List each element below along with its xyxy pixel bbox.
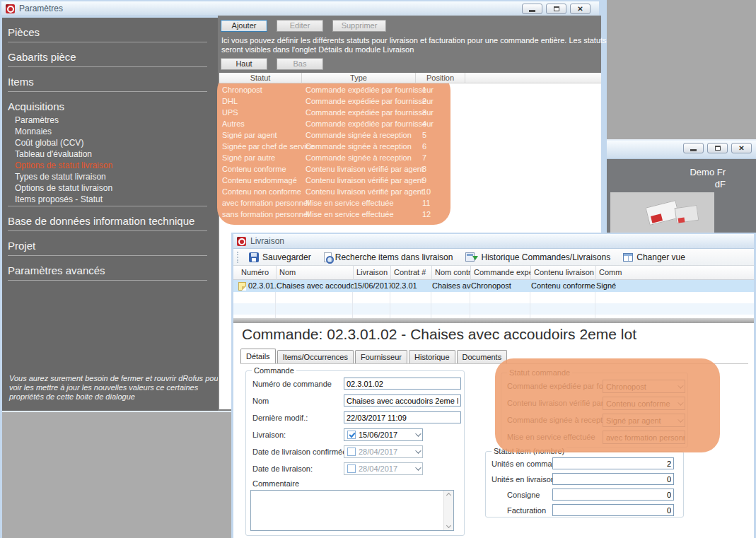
facturation-field[interactable] [552, 504, 674, 516]
sidebar-item-base-de-donn-es-information-technique[interactable]: Base de données information technique [8, 215, 207, 230]
scroll-down-icon[interactable] [446, 523, 451, 528]
sidebar-item-co-t-global-ccv[interactable]: Coût global (CCV) [15, 138, 212, 148]
status-row[interactable]: AutresCommande expédiée par fournisseur4 [219, 118, 601, 129]
save-icon [249, 252, 259, 262]
grid-column-header[interactable]: Contrat # [391, 266, 432, 280]
haut-button[interactable]: Haut [221, 58, 267, 70]
livraison-date-picker[interactable]: 15/06/2017 [344, 428, 423, 441]
restore-icon[interactable] [546, 4, 566, 14]
select-contenu-verifie[interactable]: Contenu conforme [603, 397, 685, 410]
date-confirmee-picker[interactable]: 28/04/2017 [344, 445, 423, 458]
close-icon[interactable]: ✕ [570, 4, 591, 14]
status-row[interactable]: Contenu conformeContenu livraison vérifi… [219, 163, 601, 175]
status-row[interactable]: Signé par agentCommande signée à recepti… [219, 129, 601, 141]
grid-column-header[interactable]: Livraison [354, 266, 391, 280]
sidebar-item-items-propos-s-statut[interactable]: Items proposés - Statut [15, 194, 212, 205]
close-icon[interactable]: ✕ [731, 143, 752, 153]
editer-button[interactable]: Editer [277, 20, 323, 32]
chevron-down-icon [678, 399, 683, 405]
window-title: Livraison [250, 236, 284, 246]
status-row[interactable]: ChronopostCommande expédiée par fourniss… [219, 84, 601, 95]
grid-column-header[interactable]: Contenu livraison vérifié... [531, 266, 596, 280]
grid-column-header[interactable]: Numéro [238, 266, 277, 280]
status-column-header[interactable]: Type [302, 73, 416, 83]
status-row[interactable]: Signée par chef de serviceCommande signé… [219, 141, 601, 152]
status-row[interactable]: Contenu endommagéContenu livraison vérif… [219, 175, 601, 186]
toolbar-grip[interactable] [237, 252, 240, 263]
toolbar-label: Historique Commandes/Livraisons [481, 252, 610, 262]
scroll-up-icon[interactable] [446, 493, 451, 498]
sidebar-item-param-tres[interactable]: Paramètres [15, 115, 212, 126]
toolbar-button-sauvegarder[interactable]: Sauvegarder [243, 250, 318, 264]
tab-documents[interactable]: Documents [457, 350, 508, 363]
tab-d-tails[interactable]: Détails [240, 349, 276, 363]
tab-historique[interactable]: Historique [409, 350, 455, 363]
numero-commande-field[interactable] [344, 378, 461, 390]
grid-column-header[interactable]: Nom contrat [432, 266, 471, 280]
minimize-icon[interactable] [683, 143, 704, 153]
date-livraison-picker[interactable]: 28/04/2017 [344, 462, 423, 475]
derniere-modif-field[interactable] [344, 411, 461, 423]
sidebar-item-acquisitions[interactable]: Acquisitions [8, 100, 207, 115]
scrollbar[interactable] [443, 491, 453, 530]
commentaire-textarea[interactable] [250, 490, 454, 531]
ajouter-button[interactable]: Ajouter [221, 20, 267, 32]
sidebar-item-options-de-statut-livraison[interactable]: Options de statut livraison [15, 183, 212, 194]
sidebar-item-monnaies[interactable]: Monnaies [15, 127, 212, 137]
grid-column-header[interactable]: Comm [596, 266, 754, 280]
status-cell: Commande expédiée par fournisseur [306, 95, 434, 107]
window-title: Paramètres [19, 4, 63, 13]
product-image [610, 192, 714, 233]
grid-column-header[interactable]: Nom [277, 266, 354, 280]
sidebar-item-types-de-statut-livraison[interactable]: Types de statut livraison [15, 172, 212, 182]
parametres-titlebar[interactable]: Paramètres ✕ [1, 1, 599, 16]
status-row[interactable]: DHLCommande expédiée par fournisseur2 [219, 95, 601, 107]
sidebar-item-projet[interactable]: Projet [8, 240, 207, 255]
sidebar-item-pi-ces[interactable]: Pièces [8, 26, 207, 41]
grid-cell-text: Chaises avec accoudoirs 2em... [277, 280, 354, 292]
splitter-handle[interactable] [233, 318, 754, 323]
search-document-icon [324, 252, 332, 262]
select-commande-signee[interactable]: Signé par agent [603, 414, 685, 427]
minimize-icon[interactable] [522, 4, 542, 14]
maximize-icon[interactable] [707, 143, 728, 153]
status-row[interactable]: Contenu non conformeContenu livraison vé… [219, 186, 601, 197]
supprimer-button[interactable]: Supprimer [332, 20, 386, 32]
status-table-header: StatutTypePosition [219, 73, 601, 83]
status-cell: 1 [422, 84, 426, 95]
background-window-titlebar[interactable]: ✕ [607, 139, 756, 159]
tab-items-occurrences[interactable]: Items/Occurrences [277, 350, 354, 363]
grid-column-header[interactable]: Commande expédiée pa... [471, 266, 531, 280]
bas-button[interactable]: Bas [277, 58, 323, 70]
status-column-header[interactable]: Position [416, 73, 465, 83]
checkbox-checked-icon[interactable] [347, 431, 356, 439]
grid-row-selected[interactable]: 02.3.01.02Chaises avec accoudoirs 2em...… [233, 280, 754, 292]
status-row[interactable]: sans formation personnelMise en service … [219, 209, 601, 220]
checkbox-unchecked-icon[interactable] [347, 464, 356, 473]
unites-commande-field[interactable] [552, 457, 674, 469]
grid-cell-text: 15/06/2017 [354, 280, 391, 292]
toolbar-button-recherche-items-dans-livraison[interactable]: Recherche items dans livraison [318, 250, 460, 264]
status-column-header[interactable]: Statut [219, 73, 302, 83]
nom-field[interactable] [344, 394, 461, 407]
sidebar-item-items[interactable]: Items [8, 76, 207, 90]
checkbox-unchecked-icon[interactable] [347, 448, 356, 456]
select-commande-expediee[interactable]: Chronopost [603, 380, 685, 393]
grid-empty-row[interactable] [233, 292, 754, 303]
toolbar-button-historique-commandes-livraisons[interactable]: Historique Commandes/Livraisons [459, 250, 617, 264]
sidebar-item-param-tres-avanc-s[interactable]: Paramètres avancés [8, 264, 207, 279]
sidebar-item-gabarits-pi-ce[interactable]: Gabarits pièce [8, 51, 207, 66]
livraison-titlebar[interactable]: Livraison [233, 234, 754, 249]
tab-fournisseur[interactable]: Fournisseur [355, 350, 407, 363]
status-row[interactable]: avec formation personnelMise en service … [219, 197, 601, 209]
sidebar-item-tableau-d-valuation[interactable]: Tableau d'évaluation [15, 149, 212, 160]
select-mise-en-service[interactable]: avec formation personnel [603, 431, 685, 444]
grid-empty-row[interactable] [233, 303, 754, 315]
toolbar-button-changer-vue[interactable]: Changer vue [617, 250, 692, 264]
status-row[interactable]: UPSCommande expédiée par fournisseur3 [219, 107, 601, 118]
unites-livraison-field[interactable] [552, 473, 674, 485]
consigne-field[interactable] [552, 489, 674, 501]
status-cell: Mise en service effectuée [306, 209, 394, 220]
status-row[interactable]: Signé par autreCommande signée à recepti… [219, 152, 601, 163]
sidebar-item-options-de-statut-livraison[interactable]: Options de statut livraison [15, 160, 212, 171]
